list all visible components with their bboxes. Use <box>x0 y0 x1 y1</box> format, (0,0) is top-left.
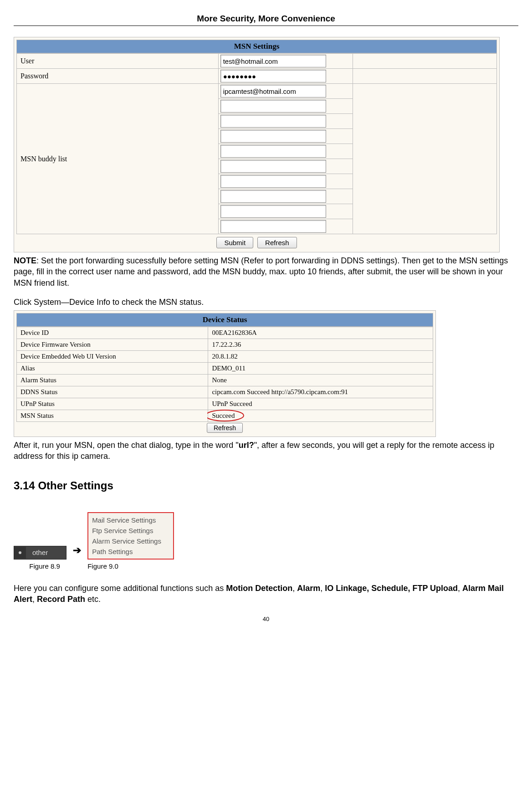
menu-item[interactable]: Mail Service Settings <box>92 515 169 525</box>
status-val: cipcam.com Succeed http://a5790.cipcam.c… <box>208 386 433 398</box>
buddy-label: MSN buddy list <box>17 84 219 234</box>
menu-item[interactable]: Ftp Service Settings <box>92 525 169 536</box>
buddy-input-3[interactable] <box>220 130 326 143</box>
buddy-input-8[interactable] <box>220 205 326 218</box>
buddy-input-4[interactable] <box>220 145 326 158</box>
msn-settings-panel: MSN Settings User Password MSN buddy lis… <box>14 37 500 252</box>
status-key: Device ID <box>17 327 208 339</box>
fig-a-block: other Figure 8.9 <box>14 546 66 570</box>
buddy-input-1[interactable] <box>220 100 326 113</box>
footer-b5: Record Path <box>37 595 85 604</box>
device-status-panel: Device Status Device ID00EA2162836A Devi… <box>14 310 436 437</box>
refresh-button-status[interactable]: Refresh <box>207 423 243 433</box>
after-text: After it, run your MSN, open the chat di… <box>14 440 518 462</box>
fig-b-caption: Figure 9.0 <box>87 562 174 570</box>
status-key: Device Firmware Version <box>17 339 208 351</box>
footer-b1: Motion Detection <box>226 584 292 593</box>
succeed-circled: Succeed <box>212 412 235 420</box>
status-key: Device Embedded Web UI Version <box>17 351 208 363</box>
buddy-input-0[interactable] <box>220 85 326 98</box>
status-val: 20.8.1.82 <box>208 351 433 363</box>
fig-b-block: Mail Service Settings Ftp Service Settin… <box>87 512 174 570</box>
status-key: MSN Status <box>17 410 208 422</box>
section-heading: 3.14 Other Settings <box>14 479 518 492</box>
after-text-bold: url? <box>239 441 254 450</box>
figure-row: other Figure 8.9 ➔ Mail Service Settings… <box>14 512 518 570</box>
page-header: More Security, More Convenience <box>14 14 518 24</box>
buddy-input-5[interactable] <box>220 160 326 173</box>
menu-item[interactable]: Alarm Service Settings <box>92 536 169 546</box>
status-button-bar: Refresh <box>16 423 433 433</box>
password-cell <box>218 69 353 84</box>
buddy-input-2[interactable] <box>220 115 326 128</box>
msn-button-bar: Submit Refresh <box>16 237 497 248</box>
note-label: NOTE <box>14 256 36 265</box>
status-val: UPnP Succeed <box>208 398 433 410</box>
bullet-icon <box>14 547 26 559</box>
user-extra <box>353 54 496 69</box>
password-label: Password <box>17 69 219 84</box>
status-val: None <box>208 375 433 386</box>
after-text-1: After it, run your MSN, open the chat di… <box>14 441 239 450</box>
footer-paragraph: Here you can configure some additional f… <box>14 583 518 605</box>
menu-item[interactable]: Path Settings <box>92 546 169 557</box>
submit-button[interactable]: Submit <box>216 237 253 248</box>
footer-b3: IO Linkage, Schedule, FTP Upload <box>325 584 458 593</box>
buddy-extra <box>353 84 496 234</box>
buddy-input-7[interactable] <box>220 190 326 203</box>
panel-title-status: Device Status <box>16 313 433 327</box>
other-button-label: other <box>26 549 66 556</box>
status-key: Alias <box>17 363 208 375</box>
refresh-button-msn[interactable]: Refresh <box>257 237 297 248</box>
status-val-msn: Succeed <box>208 410 433 422</box>
settings-menu: Mail Service Settings Ftp Service Settin… <box>87 512 174 560</box>
panel-title-msn: MSN Settings <box>16 40 497 53</box>
user-input[interactable] <box>220 55 326 67</box>
note-paragraph: NOTE: Set the port forwarding sucessfull… <box>14 255 518 288</box>
arrow-icon: ➔ <box>71 544 83 570</box>
footer-etc: etc. <box>85 595 101 604</box>
status-key: DDNS Status <box>17 386 208 398</box>
header-rule <box>14 26 518 26</box>
status-val: 17.22.2.36 <box>208 339 433 351</box>
fig-a-caption: Figure 8.9 <box>23 562 66 570</box>
msn-form-table: User Password MSN buddy list <box>16 53 497 234</box>
footer-b2: Alarm <box>297 584 320 593</box>
status-val: 00EA2162836A <box>208 327 433 339</box>
footer-text: Here you can configure some additional f… <box>14 584 226 593</box>
click-system-text: Click System—Device Info to check the MS… <box>14 297 518 308</box>
page-number: 40 <box>14 616 518 622</box>
status-table: Device ID00EA2162836A Device Firmware Ve… <box>16 327 433 422</box>
buddy-input-6[interactable] <box>220 175 326 188</box>
password-extra <box>353 69 496 84</box>
buddy-input-9[interactable] <box>220 220 326 233</box>
user-cell <box>218 54 353 69</box>
status-key: Alarm Status <box>17 375 208 386</box>
user-label: User <box>17 54 219 69</box>
other-button[interactable]: other <box>14 546 66 560</box>
status-key: UPnP Status <box>17 398 208 410</box>
msn-status-value: Succeed <box>212 412 235 419</box>
note-body: : Set the port forwarding sucessfully be… <box>14 256 508 288</box>
status-val: DEMO_011 <box>208 363 433 375</box>
password-input[interactable] <box>220 70 326 82</box>
